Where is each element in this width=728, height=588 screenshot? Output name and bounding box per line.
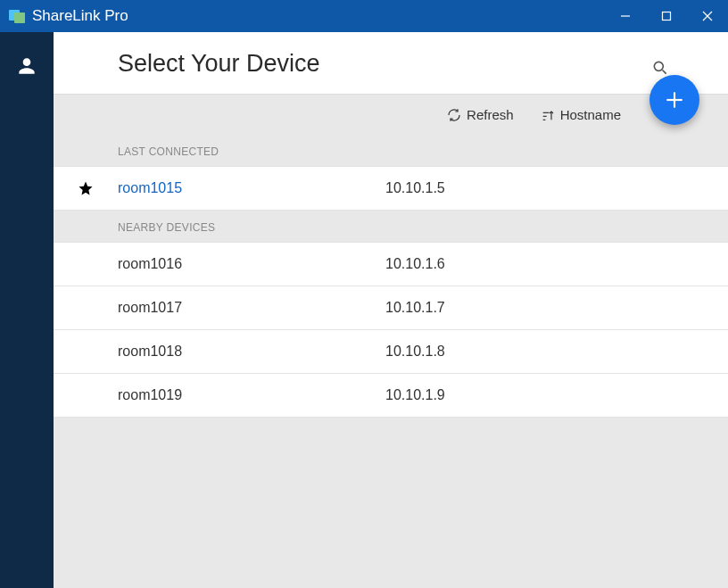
star-icon <box>78 180 94 196</box>
app-window: ShareLink Pro Select Your Device <box>0 0 728 588</box>
maximize-button[interactable] <box>646 0 687 32</box>
sort-label: Hostname <box>560 107 621 122</box>
body: Select Your Device Refresh Hostname LAST <box>0 32 728 588</box>
device-ip: 10.10.1.8 <box>385 344 445 360</box>
device-name: room1018 <box>118 344 385 360</box>
app-title: ShareLink Pro <box>32 7 128 25</box>
header: Select Your Device <box>54 32 728 95</box>
device-row[interactable]: room1017 10.10.1.7 <box>54 286 728 330</box>
main: Select Your Device Refresh Hostname LAST <box>54 32 728 588</box>
titlebar: ShareLink Pro <box>0 0 728 32</box>
profile-button[interactable] <box>9 48 45 84</box>
device-row[interactable]: room1018 10.10.1.8 <box>54 329 728 374</box>
device-ip: 10.10.1.5 <box>385 180 445 196</box>
toolbar: Refresh Hostname <box>54 95 728 135</box>
device-name: room1017 <box>118 300 385 316</box>
sidebar <box>0 32 54 588</box>
refresh-icon <box>447 108 461 122</box>
svg-rect-1 <box>663 12 671 21</box>
device-ip: 10.10.1.7 <box>385 300 445 316</box>
device-ip: 10.10.1.6 <box>385 256 445 272</box>
person-icon <box>15 54 38 78</box>
close-button[interactable] <box>687 0 728 32</box>
device-row[interactable]: room1016 10.10.1.6 <box>54 242 728 286</box>
page-title: Select Your Device <box>118 50 701 78</box>
add-device-fab[interactable] <box>649 75 699 125</box>
sort-button[interactable]: Hostname <box>541 107 621 122</box>
last-connected-label: LAST CONNECTED <box>54 135 728 167</box>
nearby-label: NEARBY DEVICES <box>54 211 728 243</box>
refresh-button[interactable]: Refresh <box>447 107 514 122</box>
device-ip: 10.10.1.9 <box>385 387 445 403</box>
device-name: room1015 <box>118 180 385 196</box>
minimize-button[interactable] <box>605 0 646 32</box>
plus-icon <box>663 88 686 112</box>
search-icon <box>651 59 669 77</box>
device-row[interactable]: room1019 10.10.1.9 <box>54 373 728 418</box>
svg-line-5 <box>663 70 666 74</box>
app-icon <box>9 8 25 24</box>
last-connected-list: room1015 10.10.1.5 <box>54 166 728 211</box>
device-name: room1019 <box>118 387 385 403</box>
favorite-icon[interactable] <box>54 180 118 196</box>
titlebar-left: ShareLink Pro <box>0 7 128 25</box>
window-controls <box>605 0 728 32</box>
refresh-label: Refresh <box>467 107 514 122</box>
svg-point-4 <box>654 62 663 70</box>
device-row[interactable]: room1015 10.10.1.5 <box>54 166 728 211</box>
nearby-list: room1016 10.10.1.6 room1017 10.10.1.7 ro… <box>54 242 728 418</box>
device-name: room1016 <box>118 256 385 272</box>
sort-icon <box>541 108 555 122</box>
